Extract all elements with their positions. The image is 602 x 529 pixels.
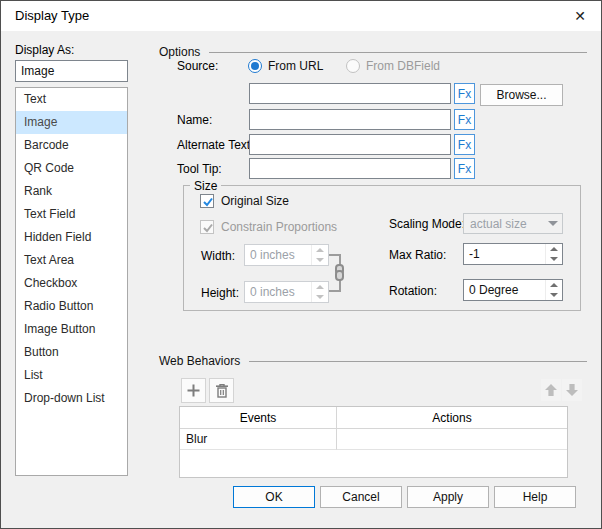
source-label: Source:	[177, 59, 218, 73]
table-empty-area	[180, 450, 567, 477]
help-button[interactable]: Help	[494, 486, 576, 508]
radio-from-dbfield: From DBField	[346, 58, 440, 73]
display-type-dialog: Display Type ✕ Display As: Text Image Ba…	[0, 0, 602, 529]
events-column-header[interactable]: Events	[180, 407, 337, 429]
height-spinner: 0 inches	[244, 281, 329, 303]
action-cell[interactable]	[337, 429, 567, 450]
size-group-title: Size	[190, 179, 221, 193]
event-cell[interactable]: Blur	[180, 429, 337, 450]
tool-tip-fx-button[interactable]: Fx	[454, 158, 475, 179]
scaling-mode-dropdown: actual size	[463, 213, 563, 234]
titlebar: Display Type ✕	[1, 1, 601, 31]
rotation-spinner[interactable]: 0 Degree	[463, 279, 563, 301]
move-up-button	[541, 379, 561, 401]
plus-icon	[186, 383, 201, 398]
name-label: Name:	[177, 113, 212, 127]
radio-disabled-icon	[346, 59, 360, 73]
table-header-row: Events Actions	[180, 407, 567, 429]
constrain-proportions-label: Constrain Proportions	[221, 220, 337, 234]
cancel-button[interactable]: Cancel	[320, 486, 402, 508]
web-behaviors-section-header: Web Behaviors	[159, 354, 587, 368]
list-item-button[interactable]: Button	[16, 341, 127, 364]
from-url-label: From URL	[268, 59, 323, 73]
web-behaviors-header-rule	[249, 361, 587, 362]
height-spinner-buttons	[311, 282, 328, 302]
table-row[interactable]: Blur	[180, 429, 567, 450]
rotation-spinner-buttons[interactable]	[545, 280, 562, 300]
rotation-value: 0 Degree	[464, 280, 545, 300]
name-input[interactable]	[249, 109, 451, 130]
spin-up-icon	[312, 245, 328, 255]
constrain-proportions-checkbox: Constrain Proportions	[200, 219, 337, 234]
spin-down-icon[interactable]	[546, 290, 562, 300]
radio-from-url[interactable]: From URL	[248, 58, 323, 73]
max-ratio-spinner[interactable]: -1	[463, 243, 563, 265]
arrow-down-icon	[564, 382, 580, 398]
ok-button[interactable]: OK	[233, 486, 315, 508]
web-behaviors-table: Events Actions Blur	[179, 406, 568, 478]
spin-down-icon	[312, 255, 328, 265]
move-down-button	[562, 379, 582, 401]
add-behavior-button[interactable]	[181, 378, 206, 403]
from-dbfield-label: From DBField	[366, 59, 440, 73]
name-fx-button[interactable]: Fx	[454, 109, 475, 130]
list-item-checkbox[interactable]: Checkbox	[16, 272, 127, 295]
spin-up-icon[interactable]	[546, 280, 562, 290]
browse-button[interactable]: Browse...	[480, 84, 563, 106]
height-label: Height:	[201, 286, 239, 300]
chain-link-icon	[335, 264, 344, 281]
tool-tip-input[interactable]	[249, 158, 451, 179]
list-item-drop-down-list[interactable]: Drop-down List	[16, 387, 127, 410]
display-as-label: Display As:	[15, 43, 74, 57]
scaling-mode-label: Scaling Mode:	[389, 217, 465, 231]
width-spinner-buttons	[311, 245, 328, 265]
options-header-rule	[209, 52, 587, 53]
checkbox-checked-icon	[200, 194, 214, 208]
close-icon[interactable]: ✕	[574, 1, 586, 31]
list-item-text-area[interactable]: Text Area	[16, 249, 127, 272]
spin-up-icon	[312, 282, 328, 292]
list-item-rank[interactable]: Rank	[16, 180, 127, 203]
alternate-text-fx-button[interactable]: Fx	[454, 134, 475, 155]
scaling-mode-value: actual size	[464, 215, 544, 233]
url-fx-button[interactable]: Fx	[454, 83, 475, 104]
width-spinner: 0 inches	[244, 244, 329, 266]
list-item-qr-code[interactable]: QR Code	[16, 157, 127, 180]
max-ratio-label: Max Ratio:	[389, 248, 446, 262]
list-item-barcode[interactable]: Barcode	[16, 134, 127, 157]
rotation-label: Rotation:	[389, 284, 437, 298]
actions-column-header[interactable]: Actions	[337, 407, 567, 429]
radio-selected-icon	[248, 59, 262, 73]
alternate-text-input[interactable]	[249, 134, 451, 155]
checkbox-checked-disabled-icon	[200, 220, 214, 234]
original-size-label: Original Size	[221, 194, 289, 208]
url-input[interactable]	[249, 83, 451, 104]
spin-down-icon	[312, 292, 328, 302]
list-item-text[interactable]: Text	[16, 88, 127, 111]
list-item-list[interactable]: List	[16, 364, 127, 387]
spin-up-icon[interactable]	[546, 244, 562, 254]
tool-tip-label: Tool Tip:	[177, 162, 222, 176]
spin-down-icon[interactable]	[546, 254, 562, 264]
options-section-header: Options	[159, 45, 587, 59]
list-item-text-field[interactable]: Text Field	[16, 203, 127, 226]
list-item-image-button[interactable]: Image Button	[16, 318, 127, 341]
original-size-checkbox[interactable]: Original Size	[200, 193, 289, 208]
trash-icon	[215, 383, 229, 398]
apply-button[interactable]: Apply	[407, 486, 489, 508]
display-type-list: Text Image Barcode QR Code Rank Text Fie…	[15, 87, 128, 476]
list-item-image[interactable]: Image	[16, 111, 127, 134]
height-value: 0 inches	[245, 282, 311, 302]
delete-behavior-button[interactable]	[209, 378, 234, 403]
dropdown-arrow-icon	[544, 221, 562, 226]
list-item-hidden-field[interactable]: Hidden Field	[16, 226, 127, 249]
max-ratio-spinner-buttons[interactable]	[545, 244, 562, 264]
alternate-text-label: Alternate Text:	[177, 138, 254, 152]
display-as-input[interactable]	[15, 60, 128, 82]
max-ratio-value: -1	[464, 244, 545, 264]
window-title: Display Type	[15, 1, 89, 31]
options-header-label: Options	[159, 45, 200, 59]
web-behaviors-header-label: Web Behaviors	[159, 354, 240, 368]
arrow-up-icon	[543, 382, 559, 398]
list-item-radio-button[interactable]: Radio Button	[16, 295, 127, 318]
